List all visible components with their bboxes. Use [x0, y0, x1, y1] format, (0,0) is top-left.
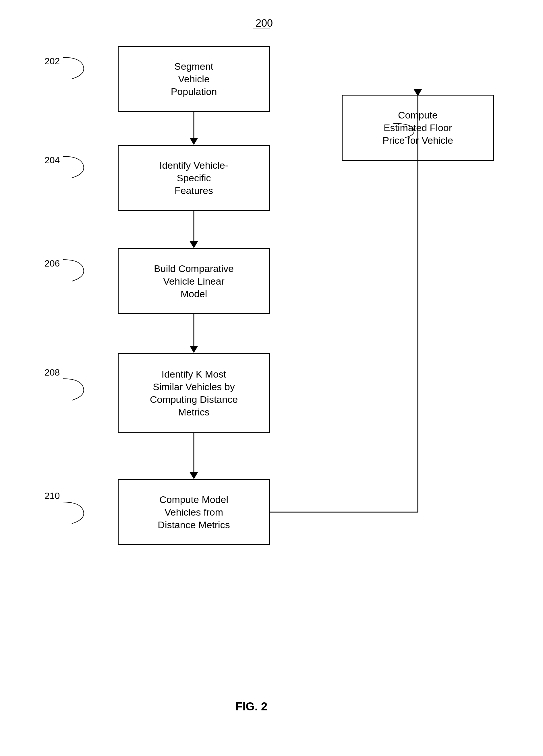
box-identify-vehicle-features: Identify Vehicle-SpecificFeatures	[118, 145, 270, 211]
diagram-title: 200	[255, 17, 273, 29]
ref-label-208: 208	[44, 367, 60, 378]
box-build-comparative-model: Build ComparativeVehicle LinearModel	[118, 248, 270, 314]
ref-label-202: 202	[44, 56, 60, 67]
figure-label: FIG. 2	[235, 700, 267, 713]
svg-marker-2	[189, 138, 198, 145]
svg-marker-6	[189, 346, 198, 353]
box-compute-model-vehicles: Compute ModelVehicles fromDistance Metri…	[118, 479, 270, 545]
ref-label-210: 210	[44, 491, 60, 501]
box-identify-similar-vehicles: Identify K MostSimilar Vehicles byComput…	[118, 353, 270, 433]
box-compute-floor-price: ComputeEstimated FloorPrice for Vehicle	[342, 95, 494, 161]
box-segment-vehicle-population: SegmentVehiclePopulation	[118, 46, 270, 112]
svg-marker-8	[189, 472, 198, 479]
ref-label-206: 206	[44, 258, 60, 269]
svg-marker-4	[189, 241, 198, 248]
diagram-container: 200 202 SegmentVehiclePopulation 204 Ide…	[0, 0, 543, 756]
ref-label-204: 204	[44, 155, 60, 166]
